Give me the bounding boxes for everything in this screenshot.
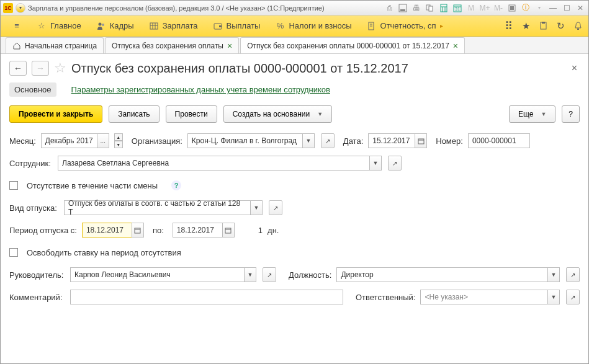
month-field: Декабрь 2017 … [41, 133, 109, 148]
more-button[interactable]: Еще▼ [509, 105, 555, 123]
tab-close-icon[interactable]: × [227, 41, 232, 51]
nav-reports-label: Отчетность, сп [380, 21, 436, 30]
print-preview-icon[interactable]: ⎙ [384, 3, 395, 13]
nav-hr[interactable]: Кадры [90, 19, 140, 33]
save-icon[interactable] [397, 3, 408, 13]
tab-close-icon[interactable]: × [453, 41, 458, 51]
type-input[interactable]: Отпуск без оплаты в соотв. с частью 2 ст… [64, 200, 250, 215]
compare-icon[interactable] [425, 3, 436, 13]
tab-vacation-doc[interactable]: Отпуск без сохранения оплаты 0000-000001… [240, 37, 465, 53]
home-icon [12, 42, 21, 50]
manager-input[interactable]: Карпов Леонид Васильевич [70, 267, 244, 282]
month-clear-button[interactable]: … [97, 133, 109, 148]
maximize-button[interactable]: ☐ [561, 3, 572, 13]
main-menu-dropdown[interactable]: ▾ [16, 3, 25, 13]
employee-dropdown-button[interactable]: ▼ [369, 156, 382, 171]
nav-taxes-label: Налоги и взносы [289, 21, 351, 30]
tab-vacation-list[interactable]: Отпуска без сохранения оплаты × [105, 37, 239, 53]
manager-dropdown-button[interactable]: ▼ [244, 267, 256, 282]
calendar-icon[interactable]: 31 [452, 3, 463, 13]
info-icon[interactable]: ⓘ [520, 3, 531, 13]
menu-hamburger[interactable]: ≡ [6, 19, 28, 33]
position-input[interactable]: Директор [336, 267, 547, 282]
nav-reports[interactable]: Отчетность, сп ▸ [361, 19, 449, 33]
nav-taxes[interactable]: % Налоги и взносы [269, 19, 357, 33]
period-from-input[interactable]: 18.12.2017 [82, 223, 132, 237]
subtab-params[interactable]: Параметры зарегистрированных данных учет… [66, 82, 335, 97]
tab-home[interactable]: Начальная страница [6, 37, 104, 53]
employee-input[interactable]: Лазарева Светлана Сергеевна [58, 156, 369, 171]
bell-icon[interactable] [572, 20, 583, 32]
manager-field: Карпов Леонид Васильевич ▼ [70, 267, 256, 282]
post-and-close-button[interactable]: Провести и закрыть [9, 105, 102, 123]
nav-forward-button[interactable]: → [32, 61, 49, 76]
document-tabs: Начальная страница Отпуска без сохранени… [1, 37, 588, 54]
responsible-dropdown-button[interactable]: ▼ [547, 290, 560, 304]
calculator-icon[interactable] [438, 3, 449, 13]
month-up-button[interactable]: ▲ [114, 133, 123, 141]
type-dropdown-button[interactable]: ▼ [250, 200, 263, 215]
m-icon[interactable]: M [465, 3, 477, 13]
report-icon [367, 21, 377, 31]
date-input[interactable]: 15.12.2017 [368, 133, 415, 148]
responsible-input[interactable]: <Не указан> [420, 290, 547, 304]
org-input[interactable]: Крон-Ц. Филиал в г. Волгоград [187, 133, 302, 148]
subtabs: Основное Параметры зарегистрированных да… [9, 82, 580, 97]
help-button[interactable]: ? [562, 105, 580, 123]
create-from-button[interactable]: Создать на основании▼ [223, 105, 332, 123]
month-down-button[interactable]: ▼ [114, 141, 123, 148]
info-dropdown-icon[interactable]: ▾ [534, 3, 545, 13]
month-input[interactable]: Декабрь 2017 [41, 133, 97, 148]
label-period: Период отпуска с: [9, 226, 77, 235]
m-plus-icon[interactable]: M+ [479, 3, 490, 13]
nav-payments[interactable]: Выплаты [207, 19, 267, 33]
chevron-down-icon: ▼ [541, 111, 546, 117]
period-from-calendar-button[interactable] [132, 223, 144, 237]
print-icon[interactable]: 🖶 [411, 3, 422, 13]
save-button[interactable]: Записать [109, 105, 159, 123]
help-icon[interactable]: ? [171, 180, 181, 190]
row-period: Период отпуска с: 18.12.2017 по: 18.12.2… [9, 222, 580, 238]
minimize-button[interactable]: — [547, 3, 559, 13]
apps-icon[interactable]: ⠿ [503, 20, 514, 32]
close-page-button[interactable]: × [569, 60, 580, 76]
clipboard-icon[interactable] [537, 20, 549, 32]
star-outline-icon: ☆ [37, 21, 47, 31]
date-calendar-button[interactable] [415, 133, 427, 148]
period-to-input[interactable]: 18.12.2017 [173, 223, 222, 237]
free-rate-checkbox[interactable] [9, 248, 18, 257]
manager-open-button[interactable]: ↗ [263, 267, 276, 282]
svg-rect-15 [150, 23, 158, 29]
employee-open-button[interactable]: ↗ [388, 156, 402, 171]
partial-absence-checkbox[interactable] [9, 181, 18, 190]
favorite-icon[interactable]: ★ [520, 20, 531, 32]
nav-main[interactable]: ☆ Главное [30, 19, 88, 33]
m-minus-icon[interactable]: M- [493, 3, 504, 13]
position-open-button[interactable]: ↗ [566, 267, 580, 282]
nav-back-button[interactable]: ← [9, 61, 27, 76]
position-field: Директор ▼ [336, 267, 560, 282]
label-to: по: [153, 226, 164, 235]
number-input[interactable]: 0000-000001 [468, 133, 530, 148]
position-dropdown-button[interactable]: ▼ [547, 267, 560, 282]
post-button[interactable]: Провести [166, 105, 217, 123]
subtab-main[interactable]: Основное [9, 82, 56, 97]
row-comment: Комментарий: Ответственный: <Не указан> … [9, 289, 580, 305]
type-open-button[interactable]: ↗ [269, 200, 282, 215]
period-from-field: 18.12.2017 [82, 223, 144, 237]
period-to-calendar-button[interactable] [222, 223, 235, 237]
close-window-button[interactable]: ✕ [575, 3, 586, 13]
window-list-icon[interactable] [506, 3, 518, 13]
responsible-open-button[interactable]: ↗ [566, 290, 580, 304]
nav-salary[interactable]: Зарплата [143, 19, 204, 33]
people-icon [96, 21, 106, 31]
org-open-button[interactable]: ↗ [321, 133, 335, 148]
comment-input[interactable] [70, 290, 343, 304]
tab-home-label: Начальная страница [25, 42, 97, 50]
history-icon[interactable]: ↻ [555, 20, 566, 32]
label-free-rate: Освободить ставку на период отсутствия [27, 248, 181, 257]
nav-payments-label: Выплаты [227, 21, 261, 30]
bookmark-star-icon[interactable]: ☆ [54, 60, 66, 76]
svg-rect-4 [441, 4, 447, 12]
org-dropdown-button[interactable]: ▼ [302, 133, 315, 148]
